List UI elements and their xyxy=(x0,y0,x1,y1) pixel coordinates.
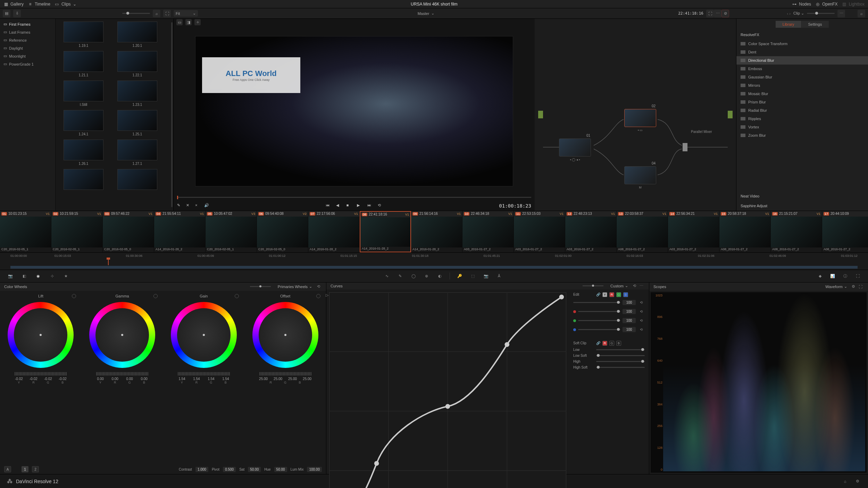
scopes-toggle-icon[interactable]: 📊 xyxy=(829,272,836,279)
crosshair-icon[interactable]: ✕ xyxy=(186,203,192,209)
scopes-type-dropdown[interactable]: Waveform ⌄ xyxy=(825,284,847,289)
expand-scopes-icon[interactable]: ⛶ xyxy=(854,272,861,279)
parallel-mixer-node[interactable] xyxy=(683,143,687,151)
grade-a-button[interactable]: A xyxy=(4,466,11,472)
fx-category-neat[interactable]: Neat Video xyxy=(736,191,868,201)
scopes-expand-icon[interactable]: ⛶ xyxy=(857,283,864,290)
high-slider[interactable] xyxy=(596,361,645,362)
options-icon[interactable]: ⋯ xyxy=(714,10,721,17)
softclip-b[interactable]: B xyxy=(616,341,621,346)
stereo-icon[interactable]: 📷 xyxy=(483,272,490,279)
nodes-button[interactable]: ⊶ Nodes xyxy=(792,2,811,7)
clips-button[interactable]: ▭ Clips ⌄ xyxy=(55,2,76,7)
fx-tab-settings[interactable]: Settings xyxy=(801,21,829,28)
low-slider[interactable] xyxy=(596,349,645,350)
fx-tab-library[interactable]: Library xyxy=(776,21,801,28)
clip-thumbnail[interactable]: 0110:01:23:15V1C20_2016-02-05_1 xyxy=(0,211,51,252)
keyframes-icon[interactable]: ◆ xyxy=(817,272,824,279)
softclip-g[interactable]: G xyxy=(609,341,614,346)
offset-value[interactable]: 25.00 xyxy=(286,377,299,381)
clip-thumbnail[interactable]: 1122:53:15:03V1A03_2016-01-27_2 xyxy=(514,211,565,252)
clip-thumbnail[interactable]: 1422:56:34:21V1A03_2016-01-27_2 xyxy=(668,211,719,252)
nodes-zoom-slider[interactable] xyxy=(807,13,835,14)
contrast-value[interactable]: 1.000 xyxy=(195,467,208,472)
gallery-still[interactable]: 1.19.1 xyxy=(58,22,109,48)
link-icon[interactable]: 🔗 xyxy=(596,341,600,345)
offset-value[interactable]: 25.00 xyxy=(301,377,314,381)
intensity-b-value[interactable]: 100 xyxy=(623,327,636,332)
gallery-still[interactable]: 1.20.1 xyxy=(112,22,162,48)
rgb-mixer-icon[interactable]: ⊹ xyxy=(49,272,56,279)
hue-value[interactable]: 50.00 xyxy=(274,467,287,472)
gamma-value[interactable]: 0.00 xyxy=(94,377,107,381)
channel-b[interactable]: B xyxy=(623,292,628,297)
offset-reset-icon[interactable] xyxy=(316,294,320,298)
curves-mode-dropdown[interactable]: Custom ⌄ xyxy=(610,284,628,288)
reset-icon[interactable]: ⟲ xyxy=(638,326,645,333)
gallery-still[interactable]: I.Still xyxy=(58,81,109,107)
fx-zoom-blur[interactable]: Zoom Blur xyxy=(736,131,868,140)
expand-icon[interactable]: ⛶ xyxy=(163,10,171,17)
search-icon[interactable]: ⌕ xyxy=(153,10,160,17)
node-01[interactable]: 01 ▪ ◯ ◂ ▪ xyxy=(559,138,591,157)
gallery-still[interactable]: 1.22.1 xyxy=(112,51,162,77)
gallery-still[interactable]: 1.21.1 xyxy=(58,51,109,77)
lowsoft-slider[interactable] xyxy=(596,355,645,356)
gallery-still[interactable] xyxy=(58,169,109,191)
softclip-r[interactable]: R xyxy=(602,341,607,346)
reset-icon[interactable]: ⟲ xyxy=(638,308,645,315)
first-frame-icon[interactable]: ⏮ xyxy=(326,203,331,209)
offset-jog[interactable] xyxy=(259,372,311,376)
stop-icon[interactable]: ■ xyxy=(347,203,352,209)
viewer-source-dropdown[interactable]: Master ⌄ xyxy=(198,11,654,16)
viewer-image[interactable]: ALL PC World Free Apps One Click Away xyxy=(195,36,513,186)
fx-ripples[interactable]: Ripples xyxy=(736,115,868,123)
node-output[interactable] xyxy=(728,111,733,118)
clip-thumbnail[interactable]: 1520:58:37:18V1A08_2016-01-27_2 xyxy=(719,211,771,252)
lift-value[interactable]: -0.02 xyxy=(56,377,69,381)
motion-effects-icon[interactable]: ★ xyxy=(62,272,69,279)
last-frame-icon[interactable]: ⏭ xyxy=(367,203,373,209)
sat-value[interactable]: 50.00 xyxy=(248,467,261,472)
split-icon[interactable]: ◨ xyxy=(185,19,192,25)
offset-colorwheel[interactable] xyxy=(252,302,318,368)
nodes-zoom-arrows[interactable]: ‹ › xyxy=(787,11,791,16)
openfx-button[interactable]: ◎ OpenFX xyxy=(815,2,838,7)
gamma-value[interactable]: 0.00 xyxy=(109,377,121,381)
intensity-y-slider[interactable] xyxy=(573,302,620,303)
intensity-b-slider[interactable] xyxy=(578,329,620,330)
channel-r[interactable]: R xyxy=(609,292,614,297)
gallery-button[interactable]: ▦ Gallery xyxy=(3,2,24,7)
lift-reset-icon[interactable] xyxy=(72,294,76,298)
picker-icon[interactable]: ▭ xyxy=(176,19,183,25)
fx-search-icon[interactable]: ⌕ xyxy=(858,10,865,17)
gallery-still[interactable]: 1.23.1 xyxy=(112,81,162,107)
clip-thumbnail[interactable]: 1720:44:10:09V1A08_2016-01-27_2 xyxy=(822,211,868,252)
gamma-colorwheel[interactable] xyxy=(89,302,155,368)
clip-thumbnail[interactable]: 1222:48:23:13V1A03_2016-01-27_2 xyxy=(565,211,617,252)
album-daylight[interactable]: ▭Daylight xyxy=(0,44,55,52)
camera-raw-icon[interactable]: 📷 xyxy=(7,272,14,279)
tracker-icon[interactable]: ⊕ xyxy=(423,272,430,279)
lift-value[interactable]: -0.02 xyxy=(42,377,54,381)
gallery-still[interactable]: 1.26.1 xyxy=(58,140,109,166)
gain-value[interactable]: 1.54 xyxy=(219,377,232,381)
reset-icon[interactable]: ⟲ xyxy=(638,299,645,306)
clip-thumbnail[interactable]: 1621:15:21:07V1A08_2016-01-27_2 xyxy=(771,211,822,252)
sizing-icon[interactable]: ⬚ xyxy=(469,272,476,279)
wheels-page-dots[interactable] xyxy=(250,286,271,287)
fx-mosaic-blur[interactable]: Mosaic Blur xyxy=(736,90,868,98)
key-icon[interactable]: 🔑 xyxy=(456,272,463,279)
gain-value[interactable]: 1.54 xyxy=(205,377,217,381)
gamma-reset-icon[interactable] xyxy=(153,294,158,298)
lummix-value[interactable]: 100.00 xyxy=(307,467,322,472)
gamma-value[interactable]: 0.00 xyxy=(123,377,136,381)
gain-reset-icon[interactable] xyxy=(235,294,239,298)
clip-thumbnail[interactable]: 1322:03:58:37V1A08_2016-01-27_2 xyxy=(617,211,668,252)
curves-reset-icon[interactable]: ⟲ xyxy=(631,283,638,289)
gamma-value[interactable]: 0.00 xyxy=(138,377,150,381)
curves-options-icon[interactable]: ⋯ xyxy=(638,283,645,289)
bypass-grade-icon[interactable]: ⊘ xyxy=(721,10,729,17)
page-1-button[interactable]: 1 xyxy=(22,466,28,472)
gain-value[interactable]: 1.54 xyxy=(190,377,203,381)
